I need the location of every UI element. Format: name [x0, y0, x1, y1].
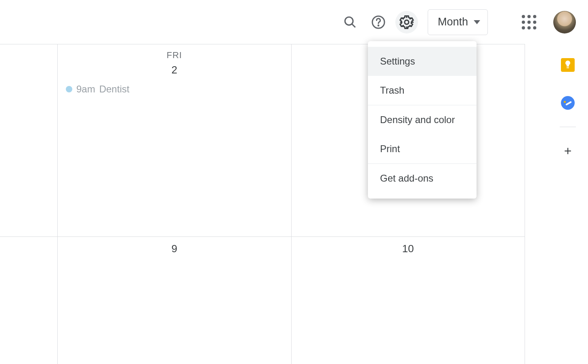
calendar-event[interactable]: 9am Dentist — [64, 84, 285, 95]
svg-line-1 — [352, 24, 355, 27]
tasks-icon[interactable] — [561, 96, 575, 110]
plus-icon: + — [564, 144, 572, 157]
event-time: 9am — [76, 84, 95, 95]
header: Month — [0, 0, 588, 44]
help-button[interactable] — [367, 11, 390, 33]
apps-icon — [522, 15, 536, 29]
svg-point-0 — [345, 17, 353, 25]
side-panel: + — [548, 44, 588, 158]
settings-button[interactable] — [395, 11, 418, 33]
apps-button[interactable] — [518, 11, 540, 33]
gear-icon — [399, 15, 414, 30]
event-dot-icon — [66, 86, 72, 92]
avatar[interactable] — [553, 11, 576, 33]
menu-item-trash[interactable]: Trash — [368, 76, 477, 105]
calendar-cell[interactable]: 10 — [292, 237, 525, 364]
keep-icon[interactable] — [561, 58, 575, 72]
svg-point-4 — [405, 20, 409, 24]
settings-menu: Settings Trash Density and color Print G… — [368, 41, 477, 199]
day-of-week-label: FRI — [64, 50, 285, 61]
view-selector-label: Month — [438, 16, 468, 28]
search-icon — [343, 15, 357, 29]
calendar-cell[interactable]: FRI 2 9am Dentist — [58, 44, 292, 237]
menu-item-print[interactable]: Print — [368, 134, 477, 163]
chevron-down-icon — [474, 20, 480, 24]
side-panel-divider — [560, 127, 576, 127]
day-number: 9 — [64, 243, 285, 255]
view-selector[interactable]: Month — [428, 9, 488, 35]
menu-item-density-color[interactable]: Density and color — [368, 105, 477, 134]
calendar-cell[interactable] — [0, 237, 58, 364]
search-button[interactable] — [339, 11, 361, 33]
calendar-cell[interactable] — [0, 44, 58, 237]
menu-item-get-addons[interactable]: Get add-ons — [368, 164, 477, 193]
day-number: 2 — [64, 64, 285, 76]
help-icon — [371, 15, 386, 29]
add-addon-button[interactable]: + — [561, 144, 575, 158]
event-title: Dentist — [99, 84, 130, 95]
menu-item-settings[interactable]: Settings — [368, 47, 477, 76]
svg-point-3 — [378, 25, 379, 26]
calendar-cell[interactable]: 9 — [58, 237, 292, 364]
day-number: 10 — [298, 243, 519, 255]
